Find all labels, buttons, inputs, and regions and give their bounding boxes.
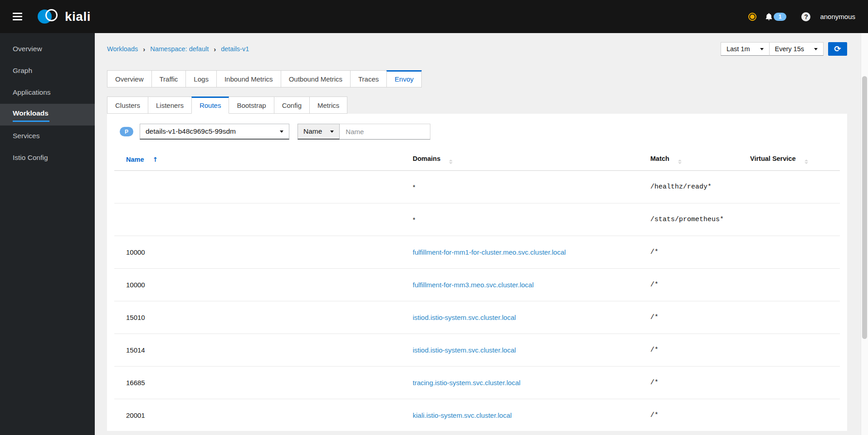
refresh-icon: ⟳ (834, 45, 841, 53)
sidebar-item-istio-config[interactable]: Istio Config (0, 147, 95, 169)
route-domains-cell: istiod.istio-system.svc.cluster.local (401, 334, 639, 367)
column-header-name[interactable]: Name ↑ (114, 150, 401, 171)
domain-link[interactable]: istiod.istio-system.svc.cluster.local (413, 314, 516, 321)
route-virtual-service-cell (738, 269, 840, 301)
sidebar-item-label: Applications (13, 87, 52, 100)
refresh-button[interactable]: ⟳ (828, 42, 847, 56)
route-row: 15010istiod.istio-system.svc.cluster.loc… (114, 301, 840, 334)
breadcrumb-separator-icon: › (214, 45, 216, 53)
tab-envoy[interactable]: Envoy (386, 70, 422, 87)
route-virtual-service-cell (738, 203, 840, 236)
subtab-clusters[interactable]: Clusters (107, 97, 148, 114)
route-row: 10000fulfillment-for-mm1-for-cluster.meo… (114, 236, 840, 269)
question-icon: ? (804, 13, 808, 20)
help-button[interactable]: ? (801, 12, 810, 21)
sidebar-item-label: Graph (13, 65, 33, 78)
domain-text: * (413, 183, 415, 191)
tab-inbound-metrics[interactable]: Inbound Metrics (216, 70, 281, 87)
route-match-cell: /* (639, 236, 738, 269)
domain-link[interactable]: fulfillment-for-mm1-for-cluster.meo.svc.… (413, 248, 566, 256)
hamburger-icon (13, 13, 22, 14)
column-header-match[interactable]: Match (639, 150, 738, 171)
route-domains-cell: tracing.istio-system.svc.cluster.local (401, 367, 639, 399)
sidebar-item-graph[interactable]: Graph (0, 60, 95, 82)
sort-icon (678, 160, 682, 164)
pod-select[interactable]: details-v1-b48c969c5-99sdm (140, 124, 289, 140)
duration-value: Last 1m (727, 45, 750, 53)
name-filter-input[interactable] (340, 124, 430, 140)
subtab-listeners[interactable]: Listeners (148, 97, 192, 114)
masthead-actions: 1 ? anonymous (748, 12, 855, 21)
duration-select[interactable]: Last 1m (721, 42, 770, 56)
route-virtual-service-cell (738, 171, 840, 203)
route-name-cell: 15010 (114, 301, 401, 334)
notifications-button[interactable]: 1 (765, 13, 787, 21)
scrollbar[interactable] (861, 33, 868, 435)
kiali-brand[interactable]: kiali (38, 9, 91, 25)
routes-card: P details-v1-b48c969c5-99sdm Name Name ↑ (107, 114, 847, 431)
tab-outbound-metrics[interactable]: Outbound Metrics (281, 70, 351, 87)
subtab-bootstrap[interactable]: Bootstrap (229, 97, 274, 114)
route-virtual-service-cell (738, 236, 840, 269)
route-virtual-service-cell (738, 301, 840, 334)
domain-link[interactable]: tracing.istio-system.svc.cluster.local (413, 379, 521, 387)
sidebar-item-applications[interactable]: Applications (0, 82, 95, 104)
domain-link[interactable]: fulfillment-for-mm3.meo.svc.cluster.loca… (413, 281, 534, 289)
bell-icon (765, 13, 773, 20)
tab-traces[interactable]: Traces (350, 70, 387, 87)
route-virtual-service-cell (738, 399, 840, 431)
route-match-cell: /* (639, 399, 738, 431)
route-virtual-service-cell (738, 334, 840, 367)
sidebar-item-services[interactable]: Services (0, 126, 95, 147)
notification-badge: 1 (774, 13, 787, 21)
breadcrumb: Workloads›Namespace: default›details-v1 (107, 45, 249, 53)
user-menu[interactable]: anonymous (820, 13, 855, 20)
mesh-status-icon[interactable] (748, 13, 756, 21)
filter-group: Name (297, 124, 430, 140)
filter-type-select[interactable]: Name (297, 124, 340, 140)
subtab-config[interactable]: Config (274, 97, 310, 114)
routes-table: Name ↑ Domains Match Virtual Service (114, 150, 840, 431)
tab-overview[interactable]: Overview (107, 70, 152, 87)
domain-link[interactable]: istiod.istio-system.svc.cluster.local (413, 346, 516, 354)
menu-toggle-button[interactable] (11, 10, 24, 23)
sidebar-item-workloads[interactable]: Workloads (0, 104, 95, 126)
chevron-down-icon (814, 48, 818, 50)
route-domains-cell: fulfillment-for-mm1-for-cluster.meo.svc.… (401, 236, 639, 269)
route-match-cell: /stats/prometheus* (639, 203, 738, 236)
column-header-domains[interactable]: Domains (401, 150, 639, 171)
route-name-cell (114, 171, 401, 203)
tab-traffic[interactable]: Traffic (151, 70, 186, 87)
masthead: kiali 1 ? anonymous (0, 0, 868, 33)
subtab-routes[interactable]: Routes (191, 97, 229, 114)
route-row: 16685tracing.istio-system.svc.cluster.lo… (114, 367, 840, 399)
breadcrumb-link[interactable]: details-v1 (221, 45, 249, 53)
subtab-metrics[interactable]: Metrics (309, 97, 347, 114)
route-row: 10000fulfillment-for-mm3.meo.svc.cluster… (114, 269, 840, 301)
refresh-interval-select[interactable]: Every 15s (769, 42, 824, 56)
route-match-cell: /* (639, 367, 738, 399)
tab-logs[interactable]: Logs (185, 70, 217, 87)
route-name-cell: 10000 (114, 269, 401, 301)
route-match-cell: /* (639, 301, 738, 334)
route-match-cell: /* (639, 334, 738, 367)
column-label: Match (650, 155, 669, 162)
chevron-down-icon (280, 130, 283, 133)
sort-icon (805, 160, 808, 164)
route-domains-cell: kiali.istio-system.svc.cluster.local (401, 399, 639, 431)
column-label: Domains (413, 155, 440, 162)
sort-ascending-icon: ↑ (153, 156, 158, 163)
domain-link[interactable]: kiali.istio-system.svc.cluster.local (413, 411, 512, 419)
column-header-virtual-service[interactable]: Virtual Service (738, 150, 840, 171)
time-toolbar: Last 1m Every 15s ⟳ (721, 42, 847, 56)
sidebar-item-label: Workloads (13, 107, 49, 122)
workload-tabs: OverviewTrafficLogsInbound MetricsOutbou… (107, 70, 847, 87)
breadcrumb-link[interactable]: Namespace: default (150, 45, 209, 53)
breadcrumb-link[interactable]: Workloads (107, 45, 138, 53)
brand-title: kiali (65, 10, 91, 24)
domain-text: * (413, 216, 415, 223)
sidebar-item-overview[interactable]: Overview (0, 39, 95, 60)
route-name-cell: 20001 (114, 399, 401, 431)
scrollbar-thumb[interactable] (862, 76, 867, 339)
route-row: 20001kiali.istio-system.svc.cluster.loca… (114, 399, 840, 431)
